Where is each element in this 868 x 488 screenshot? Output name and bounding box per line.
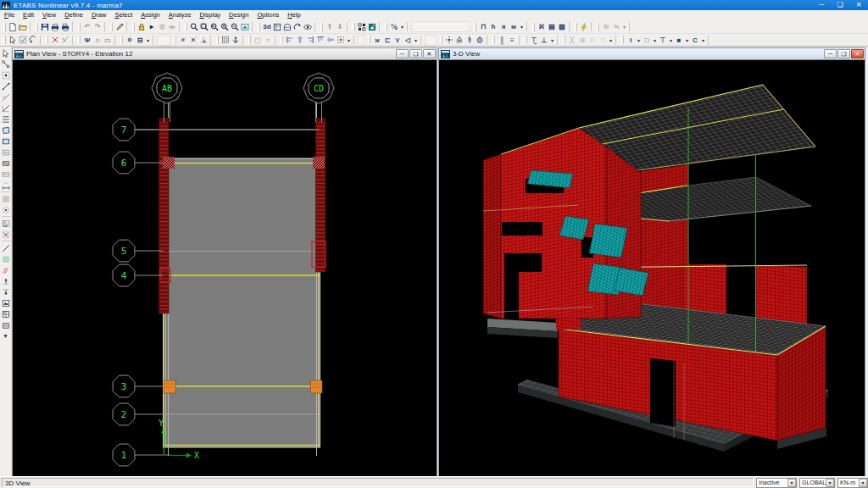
toolbar-drag-handle[interactable] <box>474 23 476 31</box>
menu-design[interactable]: Design <box>225 10 253 20</box>
toolbar-drag-handle[interactable] <box>353 23 355 31</box>
child-close-button[interactable]: ✕ <box>423 49 436 58</box>
draw-dimension-icon[interactable] <box>0 180 11 191</box>
pan-icon[interactable] <box>240 21 250 32</box>
quick-draw-line-icon[interactable] <box>0 92 11 103</box>
snap-grid-icon[interactable] <box>0 193 11 204</box>
move-down-in-list-icon[interactable]: ⬇ <box>335 21 345 32</box>
assign-joint-icon[interactable] <box>444 35 454 46</box>
show-axes-icon[interactable] <box>231 35 241 46</box>
toolbar-drag-handle[interactable] <box>440 36 442 44</box>
dropdown-arrow-icon[interactable]: ▾ <box>787 479 796 487</box>
plan-view-canvas[interactable]: X Y 7654321ABCD <box>13 61 437 476</box>
restore-full-view-icon[interactable] <box>199 21 209 32</box>
draw-wall-icon[interactable] <box>0 158 11 169</box>
quick-draw-wall-icon[interactable] <box>0 169 11 180</box>
paste-disabled-icon[interactable]: ≈ <box>263 35 273 46</box>
similar-stories-icon[interactable]: я <box>498 21 509 32</box>
previous-zoom-icon[interactable] <box>209 21 220 32</box>
misc-caret-icon[interactable]: ▾ <box>608 35 614 46</box>
child-restore-button[interactable]: ❏ <box>409 49 422 58</box>
toolbar-drag-handle[interactable] <box>248 36 251 44</box>
toolbar-drag-handle[interactable] <box>78 23 81 31</box>
draw-line-icon[interactable] <box>0 80 11 92</box>
menu-help[interactable]: Help <box>283 10 304 20</box>
assign-spring-icon[interactable] <box>465 35 475 46</box>
select-by-line-icon[interactable] <box>60 35 70 46</box>
area-caret-icon[interactable]: ▾ <box>652 35 658 46</box>
show-deformed-icon[interactable]: ≋ <box>601 21 611 32</box>
frame-release-icon[interactable]: ║ <box>497 35 507 46</box>
toolbar-drag-handle[interactable] <box>110 23 113 31</box>
new-model-icon[interactable] <box>8 21 18 32</box>
move-objects-icon[interactable]: ⊕ <box>577 35 587 46</box>
shrink-objects-icon[interactable] <box>357 21 367 32</box>
frame-local-axes-icon[interactable]: ≡ <box>507 35 517 46</box>
snap-to-points-icon[interactable] <box>125 35 135 46</box>
run-analysis-small-icon[interactable]: ▸ <box>147 21 157 32</box>
snap-intersection-icon[interactable] <box>188 35 198 46</box>
toolbar-drag-handle[interactable] <box>258 23 260 31</box>
design-check-icon[interactable]: ▾ <box>621 21 627 32</box>
select-all-icon[interactable] <box>18 35 28 46</box>
analysis-case-select[interactable]: Inactive▾ <box>756 478 797 488</box>
toolbar-drag-handle[interactable] <box>132 23 135 31</box>
toolbar-drag-handle[interactable] <box>575 23 577 31</box>
toolbar-drag-handle[interactable] <box>216 36 219 44</box>
save-icon[interactable] <box>40 21 50 32</box>
area-stiffness-icon[interactable]: ⊤̱ <box>529 35 539 46</box>
toolbar-drag-handle[interactable] <box>385 23 387 31</box>
menu-draw[interactable]: Draw <box>87 10 111 20</box>
toolbar-drag-handle[interactable] <box>492 36 495 44</box>
open-file-icon[interactable] <box>18 21 28 32</box>
child-minimize-button[interactable]: ─ <box>396 49 409 58</box>
paste-attribs-icon[interactable]: ╳ <box>567 35 577 46</box>
menu-display[interactable]: Display <box>195 10 225 20</box>
align-center-icon[interactable] <box>295 35 305 46</box>
set-view-options-icon[interactable] <box>367 21 377 32</box>
menu-view[interactable]: View <box>38 10 60 20</box>
define-load-icon[interactable]: ▧ <box>557 21 567 32</box>
dup-objects-icon[interactable]: ∷ <box>587 35 598 46</box>
toolbar-drag-handle[interactable] <box>281 36 283 44</box>
toolbar-drag-handle[interactable] <box>368 36 370 44</box>
guide-grid-icon[interactable] <box>0 253 11 264</box>
align-grid-icon[interactable] <box>336 35 346 46</box>
section-cut-icon[interactable] <box>0 264 11 275</box>
refresh-window-icon[interactable] <box>114 21 125 32</box>
quick-draw-area-icon[interactable] <box>0 147 11 158</box>
print-graphics-icon[interactable] <box>50 21 60 32</box>
toolbar-drag-handle[interactable] <box>3 36 6 44</box>
3d-view-icon[interactable]: 3d <box>262 21 272 32</box>
get-previous-selection-icon[interactable] <box>28 35 38 46</box>
copy-disabled-icon[interactable]: ▢ <box>253 35 263 46</box>
spandrel-label-icon[interactable]: ■ <box>674 35 684 46</box>
toolbar-drag-handle[interactable] <box>532 23 535 31</box>
story-up-icon[interactable] <box>0 275 11 286</box>
pier-label-icon[interactable]: ⊤ <box>658 35 668 46</box>
redo-icon[interactable]: ↷ <box>92 21 103 32</box>
model-explorer-icon[interactable]: ⊞ <box>157 21 167 32</box>
toolbar-drag-handle[interactable] <box>185 23 187 31</box>
show-grid-icon[interactable] <box>220 35 231 46</box>
perspective-toggle-icon[interactable] <box>303 21 313 32</box>
child-minimize-button[interactable]: ─ <box>824 49 837 58</box>
menu-analyze[interactable]: Analyze <box>164 10 196 20</box>
one-story-icon[interactable]: м <box>509 21 519 32</box>
frame-caret-icon[interactable]: ▾ <box>636 35 642 46</box>
zoom-in-icon[interactable] <box>220 21 230 32</box>
print-tables-icon[interactable] <box>60 21 70 32</box>
snap-perpendicular-icon[interactable] <box>198 35 209 46</box>
define-section-icon[interactable]: ▤ <box>547 21 557 32</box>
align-mid-icon[interactable] <box>326 35 336 46</box>
snap-to-ends-icon[interactable]: ⊟ <box>135 35 145 46</box>
reshape-object-icon[interactable] <box>0 58 11 69</box>
toolbar-drag-handle[interactable] <box>36 23 38 31</box>
draw-wall-stack-icon[interactable]: ⊓ <box>478 21 488 32</box>
story-down-icon[interactable] <box>0 286 11 297</box>
child-restore-button[interactable]: ❏ <box>837 49 850 58</box>
deselect-icon[interactable] <box>0 229 11 240</box>
plan-view-title-bar[interactable]: Plan View - STORY4 - Elevation 12 ─❏✕ <box>13 48 437 60</box>
units-select[interactable]: KN-m▾ <box>837 478 868 488</box>
misc-disabled-icon[interactable]: ⁙ <box>598 35 608 46</box>
